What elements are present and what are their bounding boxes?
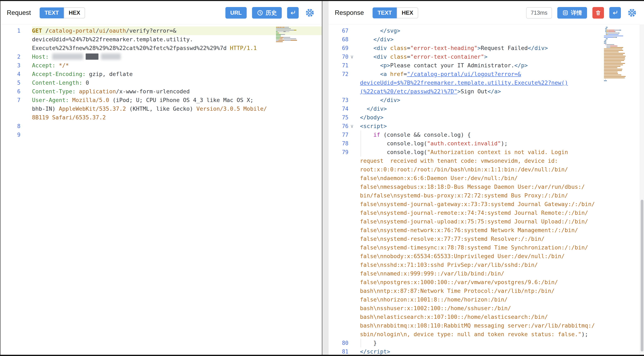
line-content: deviceUdid=$%7B%22freemarker.template.ut… xyxy=(360,79,644,87)
code-token: false\nmessagebus:x:18:18:D-Bus Message … xyxy=(360,184,585,190)
minimap-line xyxy=(604,44,630,45)
minimap-line xyxy=(604,46,630,47)
minimap-mark xyxy=(284,37,290,38)
line-content: false\nnamed:x:999:999::/var/lib/bind:/b… xyxy=(360,269,644,278)
line-number xyxy=(328,174,348,183)
code-line: 71 <p>Please contact your IT Administrat… xyxy=(328,61,644,70)
minimap-mark xyxy=(283,39,296,39)
fold-gutter xyxy=(20,70,32,79)
request-settings-button[interactable] xyxy=(304,7,316,19)
minimap-mark xyxy=(604,66,620,67)
code-token: request received with tenant code: vmwso… xyxy=(360,158,558,164)
code-token: false\nsshd:x:71:103:sshd PrivSep:/var/l… xyxy=(360,262,538,268)
minimap-line xyxy=(604,37,630,38)
minimap-mark xyxy=(616,37,617,38)
minimap-mark xyxy=(604,50,623,51)
fold-gutter xyxy=(348,295,360,304)
code-token: href xyxy=(390,71,404,77)
request-tab-hex[interactable]: HEX xyxy=(64,8,85,18)
code-token: false\ndaemon:x:6:6:Daemon User:/dev/nul… xyxy=(360,175,518,181)
code-token: Content-Type: xyxy=(32,88,79,95)
minimap-line xyxy=(604,76,630,77)
fold-gutter xyxy=(348,261,360,269)
code-line: 4Accept-Encoding: gzip, deflate xyxy=(0,70,322,79)
response-tab-text[interactable]: TEXT xyxy=(372,8,397,18)
fold-gutter xyxy=(348,105,360,113)
response-editor[interactable]: 67 </svg>68 </div>69 <div class="error-t… xyxy=(328,25,644,355)
code-token xyxy=(360,54,374,60)
clear-response-button[interactable] xyxy=(592,7,604,19)
response-scrollbar[interactable] xyxy=(640,25,644,355)
code-token: "error-text-heading" xyxy=(410,45,478,51)
minimap-line xyxy=(604,80,630,81)
code-line: false\nhorizon:x:1001:8::/home/horizon:/… xyxy=(328,295,644,304)
code-token: </script> xyxy=(360,348,390,355)
minimap-line xyxy=(604,47,630,48)
url-encode-button[interactable]: URL xyxy=(226,7,247,19)
request-editor[interactable]: 1GET /catalog-portal/ui/oauth/verify?err… xyxy=(0,25,322,355)
minimap-line xyxy=(604,49,630,49)
code-token: </div> xyxy=(528,45,548,51)
code-line: bash\nsshuser:x:1002:100::/home/sshuser:… xyxy=(328,304,644,313)
line-content: false\nnobody:x:65534:65533:Unprivileged… xyxy=(360,252,644,261)
minimap-line xyxy=(604,73,630,74)
code-token: class xyxy=(390,54,407,60)
code-token: false\nnobody:x:65534:65533:Unprivileged… xyxy=(360,253,565,259)
minimap-mark xyxy=(604,62,621,62)
scrollbar-thumb[interactable] xyxy=(641,200,644,351)
response-tab-hex[interactable]: HEX xyxy=(397,8,418,18)
history-button[interactable]: 历史 xyxy=(252,7,282,19)
clock-icon xyxy=(257,10,263,16)
code-token: false\nsystemd-resolve:x:77:77:systemd R… xyxy=(360,236,544,242)
code-token: console.log( xyxy=(360,149,427,155)
fold-gutter xyxy=(348,70,360,79)
soft-wrap-button[interactable] xyxy=(287,7,299,19)
line-content: console.log("auth.context.invalid"); xyxy=(360,139,644,148)
minimap-mark xyxy=(280,37,284,38)
line-number xyxy=(328,235,348,243)
minimap-line xyxy=(604,59,630,60)
code-token: </p> xyxy=(514,62,528,69)
response-soft-wrap-button[interactable] xyxy=(609,7,621,19)
code-token: Host: xyxy=(32,54,52,60)
detail-button[interactable]: 详情 xyxy=(557,7,587,19)
line-number xyxy=(328,330,348,339)
fold-toggle-icon[interactable]: ∨ xyxy=(348,122,360,131)
code-line: 1GET /catalog-portal/ui/oauth/verify?err… xyxy=(0,27,322,35)
response-settings-button[interactable] xyxy=(626,7,638,19)
code-token: "error-text-container" xyxy=(410,54,484,60)
request-minimap[interactable] xyxy=(276,27,302,46)
code-token xyxy=(360,132,374,138)
panel-divider[interactable] xyxy=(322,1,328,355)
fold-gutter xyxy=(348,165,360,174)
response-view-toggle: TEXT HEX xyxy=(372,8,418,18)
fold-gutter xyxy=(348,347,360,355)
request-panel: Request TEXT HEX URL 历史 xyxy=(0,1,322,355)
code-link: deviceUdid=$%7B%22freemarker.template.ut… xyxy=(360,80,568,86)
fold-gutter xyxy=(348,35,360,44)
line-number xyxy=(328,200,348,209)
fold-gutter xyxy=(348,209,360,217)
fold-gutter xyxy=(20,35,32,44)
latency-badge: 713ms xyxy=(526,7,552,19)
response-minimap[interactable] xyxy=(604,27,630,82)
line-number: 9 xyxy=(0,131,20,139)
fold-gutter xyxy=(348,252,360,261)
line-content: Accept-Encoding: gzip, deflate xyxy=(32,70,322,79)
line-number xyxy=(328,269,348,278)
line-number xyxy=(328,243,348,252)
fold-toggle-icon[interactable]: ∨ xyxy=(348,53,360,61)
minimap-line xyxy=(604,56,630,57)
minimap-mark xyxy=(604,67,617,68)
code-token: Accept: xyxy=(32,62,59,69)
line-number: 70 xyxy=(328,53,348,61)
minimap-mark xyxy=(604,37,613,38)
minimap-mark xyxy=(618,33,620,34)
line-content: false\nsystemd-resolve:x:77:77:systemd R… xyxy=(360,235,644,243)
request-tab-text[interactable]: TEXT xyxy=(40,8,64,18)
minimap-mark xyxy=(281,36,281,36)
minimap-line xyxy=(604,75,630,75)
code-token: false\nsystemd-journal-upload:x:75:75:sy… xyxy=(360,218,588,225)
code-token: > xyxy=(484,54,487,60)
code-token: } xyxy=(360,340,377,346)
